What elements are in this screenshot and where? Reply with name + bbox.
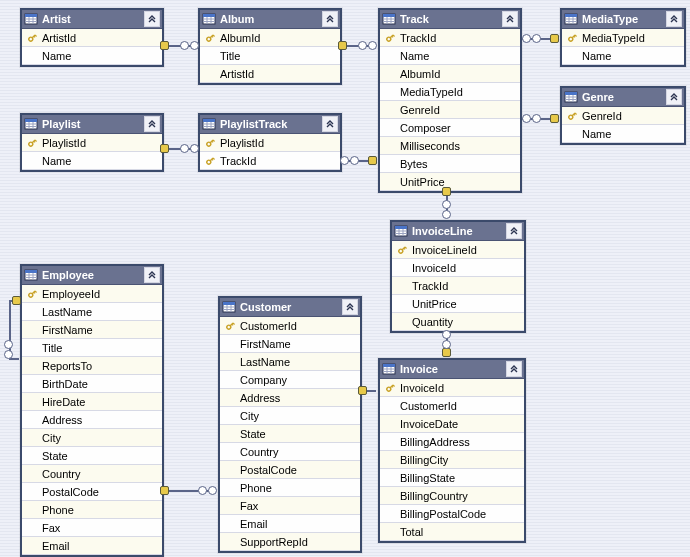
- column-row[interactable]: Title: [200, 47, 340, 65]
- column-row[interactable]: ArtistId: [200, 65, 340, 83]
- svg-line-72: [212, 159, 213, 160]
- column-row[interactable]: Company: [220, 371, 360, 389]
- table-playlist[interactable]: Playlist PlaylistIdName: [20, 113, 164, 172]
- column-row[interactable]: PostalCode: [220, 461, 360, 479]
- column-row[interactable]: Name: [562, 47, 684, 65]
- column-row[interactable]: InvoiceId: [380, 379, 524, 397]
- table-track[interactable]: Track TrackIdNameAlbumIdMediaTypeIdGenre…: [378, 8, 522, 193]
- column-row[interactable]: Name: [22, 47, 162, 65]
- column-row[interactable]: UnitPrice: [392, 295, 524, 313]
- table-title[interactable]: PlaylistTrack: [200, 115, 340, 134]
- table-invoice[interactable]: Invoice InvoiceIdCustomerIdInvoiceDateBi…: [378, 358, 526, 543]
- collapse-button[interactable]: [144, 11, 160, 27]
- column-row[interactable]: Email: [22, 537, 162, 555]
- column-row[interactable]: Country: [22, 465, 162, 483]
- column-row[interactable]: CustomerId: [380, 397, 524, 415]
- column-row[interactable]: City: [220, 407, 360, 425]
- column-row[interactable]: Name: [562, 125, 684, 143]
- collapse-button[interactable]: [502, 11, 518, 27]
- collapse-button[interactable]: [666, 89, 682, 105]
- column-row[interactable]: MediaTypeId: [380, 83, 520, 101]
- collapse-button[interactable]: [322, 11, 338, 27]
- table-title[interactable]: Playlist: [22, 115, 162, 134]
- table-title[interactable]: InvoiceLine: [392, 222, 524, 241]
- table-title[interactable]: Album: [200, 10, 340, 29]
- column-row[interactable]: State: [220, 425, 360, 443]
- column-row[interactable]: BillingState: [380, 469, 524, 487]
- column-row[interactable]: AlbumId: [200, 29, 340, 47]
- column-row[interactable]: EmployeeId: [22, 285, 162, 303]
- column-row[interactable]: BirthDate: [22, 375, 162, 393]
- column-row[interactable]: BillingPostalCode: [380, 505, 524, 523]
- table-album[interactable]: Album AlbumIdTitleArtistId: [198, 8, 342, 85]
- collapse-button[interactable]: [506, 361, 522, 377]
- column-row[interactable]: Name: [380, 47, 520, 65]
- column-row[interactable]: TrackId: [380, 29, 520, 47]
- column-row[interactable]: BillingAddress: [380, 433, 524, 451]
- column-row[interactable]: InvoiceLineId: [392, 241, 524, 259]
- collapse-button[interactable]: [144, 116, 160, 132]
- column-row[interactable]: GenreId: [562, 107, 684, 125]
- column-row[interactable]: SupportRepId: [220, 533, 360, 551]
- table-title[interactable]: Artist: [22, 10, 162, 29]
- column-row[interactable]: Phone: [220, 479, 360, 497]
- column-row[interactable]: HireDate: [22, 393, 162, 411]
- column-row[interactable]: State: [22, 447, 162, 465]
- column-row[interactable]: TrackId: [200, 152, 340, 170]
- column-row[interactable]: BillingCountry: [380, 487, 524, 505]
- table-playlisttrack[interactable]: PlaylistTrack PlaylistId TrackId: [198, 113, 342, 172]
- table-artist[interactable]: Artist ArtistIdName: [20, 8, 164, 67]
- column-row[interactable]: Email: [220, 515, 360, 533]
- column-row[interactable]: Fax: [220, 497, 360, 515]
- column-row[interactable]: LastName: [22, 303, 162, 321]
- table-customer[interactable]: Customer CustomerIdFirstNameLastNameComp…: [218, 296, 362, 553]
- column-row[interactable]: Address: [22, 411, 162, 429]
- column-row[interactable]: PlaylistId: [22, 134, 162, 152]
- column-row[interactable]: Address: [220, 389, 360, 407]
- column-row[interactable]: GenreId: [380, 101, 520, 119]
- table-genre[interactable]: Genre GenreIdName: [560, 86, 686, 145]
- column-name: Country: [40, 468, 162, 480]
- column-row[interactable]: Title: [22, 339, 162, 357]
- column-row[interactable]: TrackId: [392, 277, 524, 295]
- column-row[interactable]: BillingCity: [380, 451, 524, 469]
- column-row[interactable]: Fax: [22, 519, 162, 537]
- column-row[interactable]: Quantity: [392, 313, 524, 331]
- table-mediatype[interactable]: MediaType MediaTypeIdName: [560, 8, 686, 67]
- column-row[interactable]: FirstName: [220, 335, 360, 353]
- table-title[interactable]: Track: [380, 10, 520, 29]
- table-title[interactable]: Employee: [22, 266, 162, 285]
- column-row[interactable]: FirstName: [22, 321, 162, 339]
- table-invoiceline[interactable]: InvoiceLine InvoiceLineIdInvoiceIdTrackI…: [390, 220, 526, 333]
- column-row[interactable]: Total: [380, 523, 524, 541]
- table-title[interactable]: Customer: [220, 298, 360, 317]
- collapse-button[interactable]: [506, 223, 522, 239]
- column-row[interactable]: LastName: [220, 353, 360, 371]
- column-row[interactable]: MediaTypeId: [562, 29, 684, 47]
- primary-key-icon: [564, 110, 580, 122]
- collapse-button[interactable]: [144, 267, 160, 283]
- column-name: City: [238, 410, 360, 422]
- column-row[interactable]: Bytes: [380, 155, 520, 173]
- column-row[interactable]: ArtistId: [22, 29, 162, 47]
- column-row[interactable]: InvoiceDate: [380, 415, 524, 433]
- column-row[interactable]: Country: [220, 443, 360, 461]
- column-row[interactable]: Composer: [380, 119, 520, 137]
- column-row[interactable]: CustomerId: [220, 317, 360, 335]
- table-title[interactable]: MediaType: [562, 10, 684, 29]
- table-employee[interactable]: Employee EmployeeIdLastNameFirstNameTitl…: [20, 264, 164, 557]
- collapse-button[interactable]: [322, 116, 338, 132]
- column-row[interactable]: Name: [22, 152, 162, 170]
- collapse-button[interactable]: [342, 299, 358, 315]
- column-row[interactable]: ReportsTo: [22, 357, 162, 375]
- column-row[interactable]: InvoiceId: [392, 259, 524, 277]
- column-row[interactable]: PostalCode: [22, 483, 162, 501]
- column-row[interactable]: PlaylistId: [200, 134, 340, 152]
- table-title[interactable]: Invoice: [380, 360, 524, 379]
- collapse-button[interactable]: [666, 11, 682, 27]
- column-row[interactable]: AlbumId: [380, 65, 520, 83]
- table-title[interactable]: Genre: [562, 88, 684, 107]
- column-row[interactable]: Phone: [22, 501, 162, 519]
- column-row[interactable]: Milliseconds: [380, 137, 520, 155]
- column-row[interactable]: City: [22, 429, 162, 447]
